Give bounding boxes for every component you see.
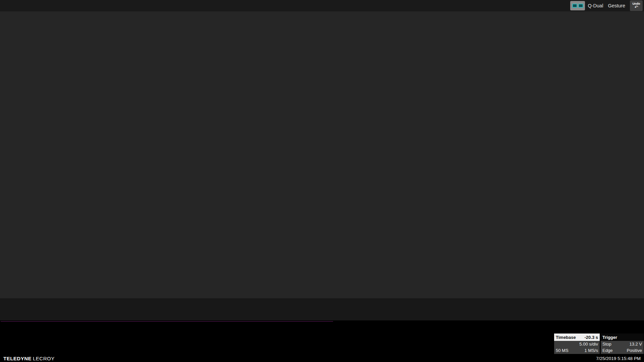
bottom-strip (0, 320, 644, 355)
timebase-offset: -20.3 s (585, 335, 598, 340)
trigger-box[interactable]: Trigger Stop13.2 V EdgePositive (601, 334, 644, 354)
trigger-level: 13.2 V (629, 341, 642, 347)
timebase-samples: 50 MS (556, 347, 569, 354)
gesture-button[interactable]: Gesture (608, 3, 625, 8)
datetime: 7/25/2019 5:15:48 PM (596, 356, 641, 361)
menu-right-cluster: Q-Dual Gesture Undo ↶ (570, 0, 644, 11)
brand-logo: TELEDYNELECROY (3, 356, 55, 361)
descriptor-strip (0, 298, 644, 320)
numerics-table (1, 321, 333, 322)
timebase-title: Timebase (556, 335, 576, 340)
timebase-scale: 5.00 s/div (579, 341, 598, 347)
trigger-mode: Stop (602, 341, 611, 347)
timebase-rate: 1 MS/s (585, 347, 598, 354)
status-bar: TELEDYNELECROY 7/25/2019 5:15:48 PM (0, 355, 644, 362)
trigger-type: Edge (602, 347, 612, 354)
qdual-control[interactable]: Q-Dual (570, 1, 603, 10)
menu-bar: Q-Dual Gesture Undo ↶ (0, 0, 644, 11)
trigger-slope: Positive (627, 347, 642, 354)
waveform-stage (0, 11, 644, 298)
qdual-icon (570, 1, 585, 10)
scope-application: Q-Dual Gesture Undo ↶ Timebase -20.3 s 5… (0, 0, 644, 362)
qdual-label: Q-Dual (588, 3, 603, 8)
trigger-title: Trigger (602, 335, 617, 340)
timebase-box[interactable]: Timebase -20.3 s 5.00 s/div 50 MS1 MS/s (554, 334, 600, 354)
undo-button[interactable]: Undo ↶ (630, 0, 643, 11)
undo-arrow-icon: ↶ (635, 5, 638, 9)
